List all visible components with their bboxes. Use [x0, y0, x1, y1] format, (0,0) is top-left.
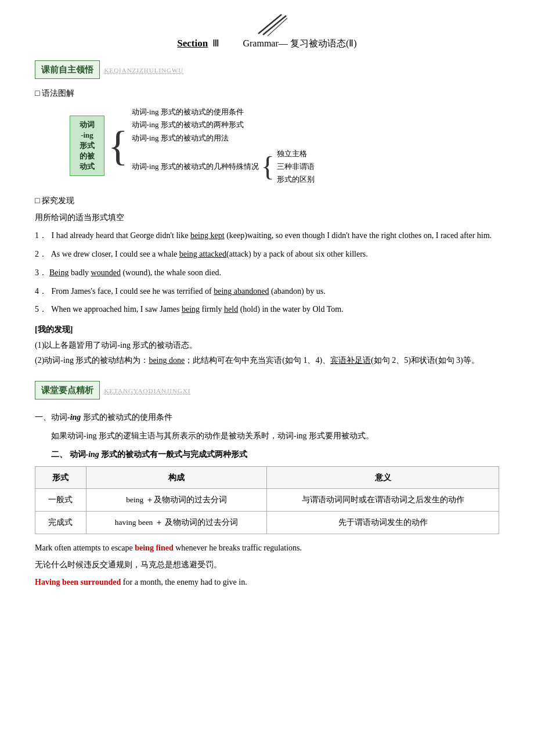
- banner2-pinyin: KETANGYAODIANJINGXI: [104, 387, 191, 395]
- findings-item-2: (2)动词-ing 形式的被动结构为：being done；此结构可在句中充当宾…: [35, 354, 499, 367]
- grammar-diagram: 动词 -ing 形式 的被 动式 { 动词-ing 形式的被动式的使用条件 动词…: [70, 106, 499, 186]
- table-header-meaning: 意义: [267, 466, 499, 489]
- ex3-num: 3．: [35, 268, 47, 277]
- findings-title: [我的发现]: [35, 323, 499, 336]
- ex3-underline1: Being: [49, 268, 68, 277]
- point1-title: 一、动词-ing 形式的被动式的使用条件: [35, 411, 499, 424]
- table-cell-structure-1: being ＋及物动词的过去分词: [86, 489, 266, 512]
- ex2-underline1: being attacked: [179, 250, 226, 258]
- example-eng2-end: for a month, the enemy had to give in.: [121, 578, 247, 586]
- special-items-group: 独立主格 三种非谓语 形式的区别: [277, 148, 315, 185]
- special-item-1: 独立主格: [277, 148, 315, 160]
- example-eng1-end: whenever he breaks traffic regulations.: [174, 543, 302, 552]
- svg-line-0: [258, 15, 282, 34]
- ex4-text-before: From James's face, I could see he was te…: [52, 287, 214, 296]
- ex5-underline2: held: [224, 305, 238, 314]
- decorative-logo: [247, 12, 287, 38]
- table-cell-type-1: 一般式: [35, 489, 86, 512]
- ex5-underline1: being: [182, 305, 200, 314]
- diagram-box: 动词 -ing 形式 的被 动式: [70, 116, 104, 177]
- example-eng2: Having been surrounded for a month, the …: [35, 575, 499, 589]
- banner2-text: 课堂要点精析: [41, 383, 93, 397]
- diagram-item-1: 动词-ing 形式的被动式的使用条件: [132, 106, 315, 118]
- exercise-2: 2． As we drew closer, I could see a whal…: [35, 247, 499, 261]
- exercise-1: 1． I had already heard that George didn'…: [35, 229, 499, 243]
- exercise-instruction: 用所给词的适当形式填空: [35, 211, 499, 224]
- table-row-perfect: 完成式 having been ＋ 及物动词的过去分词 先于谓语动词发生的动作: [35, 512, 499, 534]
- point2-title: 二、 动词-ing 形式的被动式有一般式与完成式两种形式: [51, 448, 499, 461]
- banner1-pinyin: KEQIANZIZHULINGWU: [104, 67, 184, 74]
- diagram-item-3: 动词-ing 形式的被动式的用法: [132, 132, 315, 145]
- table-cell-type-2: 完成式: [35, 512, 86, 534]
- ex5-text-mid2: (hold) in the water by Old Tom.: [238, 305, 344, 314]
- findings-underline2: 宾语补足语: [330, 356, 371, 365]
- diagram-items-group: 动词-ing 形式的被动式的使用条件 动词-ing 形式的被动式的两种形式 动词…: [132, 106, 315, 186]
- banner2: 课堂要点精析: [35, 381, 100, 399]
- special-item-3: 形式的区别: [277, 174, 315, 186]
- small-brace: {: [261, 153, 275, 181]
- findings-box: [我的发现] (1)以上各题皆用了动词-ing 形式的被动语态。 (2)动词-i…: [35, 323, 499, 367]
- diagram-item-2: 动词-ing 形式的被动式的两种形式: [132, 119, 315, 131]
- big-brace: {: [108, 125, 128, 167]
- special-group: 动词-ing 形式的被动式的几种特殊情况 { 独立主格 三种非谓语 形式的区别: [132, 148, 315, 185]
- subtitle-grammar-diagram: 语法图解: [35, 87, 499, 100]
- example-eng1-bold: being fined: [135, 543, 174, 552]
- grammar-table: 形式 构成 意义 一般式 being ＋及物动词的过去分词 与谓语动词同时或在谓…: [35, 466, 499, 534]
- ex4-text-mid1: (abandon) by us.: [269, 287, 325, 296]
- ex5-text-mid1: firmly: [200, 305, 224, 314]
- svg-line-1: [263, 16, 286, 35]
- special-item-2: 三种非谓语: [277, 161, 315, 173]
- ex5-text-before: When we approached him, I saw James: [51, 305, 182, 314]
- banner1-container: 课前自主领悟 KEQIANZIZHULINGWU: [35, 60, 499, 81]
- ex1-text-before: I had already heard that George didn't l…: [52, 231, 190, 240]
- ex4-underline1: being abandoned: [214, 287, 269, 296]
- table-row-general: 一般式 being ＋及物动词的过去分词 与谓语动词同时或在谓语动词之后发生的动…: [35, 489, 499, 512]
- exercise-5: 5． When we approached him, I saw James b…: [35, 303, 499, 316]
- ex1-text-mid1: (keep)waiting, so even though I didn't h…: [225, 231, 492, 240]
- table-header-type: 形式: [35, 466, 86, 489]
- section-word: Section: [177, 38, 208, 49]
- exercise-4: 4． From James's face, I could see he was…: [35, 285, 499, 298]
- ex4-num: 4．: [35, 287, 47, 296]
- table-cell-meaning-1: 与谓语动词同时或在谓语动词之后发生的动作: [267, 489, 499, 512]
- section-numeral: Ⅲ: [212, 38, 219, 49]
- subtitle-explore: 探究发现: [35, 195, 499, 207]
- ex1-num: 1．: [35, 231, 47, 240]
- header-title-row: Section Ⅲ Grammar— 复习被动语态(Ⅱ): [177, 35, 356, 51]
- svg-line-2: [268, 18, 287, 36]
- table-cell-meaning-2: 先于谓语动词发生的动作: [267, 512, 499, 534]
- example-cn1: 无论什么时候违反交通规则，马克总是想逃避受罚。: [35, 558, 499, 572]
- ex3-underline2: wounded: [91, 268, 121, 277]
- ex2-text-before: As we drew closer, I could see a whale: [51, 250, 179, 258]
- banner1: 课前自主领悟: [35, 60, 100, 79]
- section-label: Section Ⅲ: [177, 35, 219, 51]
- example-eng1: Mark often attempts to escape being fine…: [35, 541, 499, 555]
- grammar-label: Grammar— 复习被动语态(Ⅱ): [243, 35, 356, 51]
- ex3-text-mid2: (wound), the whale soon died.: [121, 268, 221, 277]
- point1-desc: 如果动词-ing 形式的逻辑主语与其所表示的动作是被动关系时，动词-ing 形式…: [35, 429, 499, 443]
- table-header-structure: 构成: [86, 466, 266, 489]
- ex5-num: 5．: [35, 305, 47, 314]
- banner2-container: 课堂要点精析 KETANGYAODIANJINGXI: [35, 374, 499, 405]
- ex2-text-mid1: (attack) by a pack of about six other ki…: [226, 250, 368, 258]
- ex3-text-mid1: badly: [68, 268, 91, 277]
- table-cell-structure-2: having been ＋ 及物动词的过去分词: [86, 512, 266, 534]
- findings-item-1: (1)以上各题皆用了动词-ing 形式的被动语态。: [35, 339, 499, 352]
- findings-underline: being done: [149, 356, 185, 365]
- banner1-text: 课前自主领悟: [41, 63, 93, 77]
- example-eng1-before: Mark often attempts to escape: [35, 543, 135, 552]
- page-header: Section Ⅲ Grammar— 复习被动语态(Ⅱ): [35, 12, 499, 51]
- ex2-num: 2．: [35, 250, 47, 258]
- example-eng2-red: Having been surrounded: [35, 578, 121, 586]
- exercise-3: 3．Being badly wounded (wound), the whale…: [35, 266, 499, 280]
- special-intro-text: 动词-ing 形式的被动式的几种特殊情况: [132, 161, 259, 173]
- ex1-underline1: being kept: [190, 231, 225, 240]
